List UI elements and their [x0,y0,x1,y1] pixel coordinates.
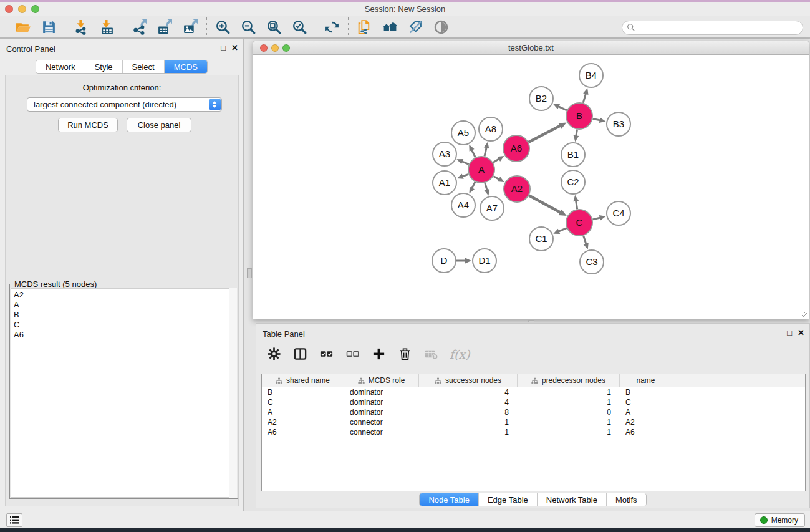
tab-mcds[interactable]: MCDS [164,60,207,73]
graph-edge[interactable] [457,173,468,178]
result-item[interactable]: B [14,310,236,320]
graph-node-A7[interactable]: A7 [480,196,504,220]
deselect-all-icon[interactable] [345,346,360,362]
minimize-window-button[interactable] [18,5,26,13]
import-network-icon[interactable] [73,19,90,36]
graph-node-A4[interactable]: A4 [451,193,475,217]
float-panel-icon[interactable]: □ [221,43,226,53]
refresh-icon[interactable] [324,19,340,36]
zoom-network-window-button[interactable] [282,44,290,52]
table-cell[interactable]: connector [344,417,419,427]
table-cell[interactable]: 1 [518,417,620,427]
graph-node-A2[interactable]: A2 [504,176,530,202]
table-cell[interactable]: 4 [419,387,518,397]
result-item[interactable]: C [14,320,236,330]
table-cell[interactable]: 1 [518,397,620,407]
graph-node-C[interactable]: C [566,210,592,236]
import-table-icon[interactable] [99,19,115,36]
select-all-icon[interactable] [319,346,334,362]
table-cell[interactable]: B [262,387,344,397]
graph-edge[interactable] [493,177,504,183]
graph-edge[interactable] [493,156,504,163]
graph-node-C3[interactable]: C3 [580,250,604,274]
graph-edge[interactable] [469,145,475,157]
result-item[interactable]: A [14,300,236,310]
column-header-successor-nodes[interactable]: successor nodes [419,374,518,387]
graph-edge[interactable] [456,258,471,264]
graph-node-C1[interactable]: C1 [529,227,553,251]
zoom-out-icon[interactable] [240,19,257,36]
gear-icon[interactable] [266,346,282,362]
graph-node-A1[interactable]: A1 [433,171,456,195]
graph-edge[interactable] [553,228,566,234]
table-cell[interactable]: 4 [419,397,518,407]
table-cell[interactable]: dominator [344,387,419,397]
result-item[interactable]: A6 [14,330,236,340]
minimize-network-window-button[interactable] [271,44,279,52]
graph-node-C4[interactable]: C4 [607,201,630,225]
graph-edge[interactable] [485,183,489,196]
home-icon[interactable] [382,19,398,36]
table-cell[interactable]: A [262,407,344,417]
vertical-scrollbar-thumb[interactable] [247,268,252,278]
table-cell[interactable]: A6 [620,427,672,437]
column-header-shared-name[interactable]: shared name [262,374,344,387]
close-network-window-button[interactable] [260,44,268,52]
graph-edge[interactable] [593,117,606,123]
resize-grip[interactable] [799,309,808,317]
columns-icon[interactable] [292,346,308,362]
table-cell[interactable]: 0 [518,407,620,417]
zoom-in-icon[interactable] [215,19,231,36]
graph-edge[interactable] [574,130,579,142]
close-table-panel-icon[interactable]: ✕ [798,328,804,338]
graph-node-B4[interactable]: B4 [579,64,603,87]
table-cell[interactable]: A2 [262,417,344,427]
graph-node-A6[interactable]: A6 [503,135,529,162]
export-table-icon[interactable] [157,19,173,36]
graph-node-B[interactable]: B [566,103,592,129]
column-header-name[interactable]: name [620,374,672,387]
graph-edge[interactable] [529,123,567,142]
zoom-fit-icon[interactable] [266,19,282,36]
open-folder-icon[interactable] [15,19,32,36]
graph-edge[interactable] [470,182,476,194]
tab-select[interactable]: Select [122,60,164,73]
table-cell[interactable]: C [620,397,672,407]
network-graph-canvas[interactable]: B4B2BB3A8A5A6A3B1AA1C2A2A4A7C4CC1C3DD1 [253,55,809,319]
column-header-MCDS-role[interactable]: MCDS role [344,374,419,387]
table-cell[interactable]: A2 [620,417,672,427]
tab-network-table[interactable]: Network Table [537,493,606,506]
graph-edge[interactable] [583,236,588,249]
graph-edge[interactable] [484,142,489,156]
graph-edge[interactable] [529,195,566,216]
tab-motifs[interactable]: Motifs [606,493,646,506]
column-header-predecessor-nodes[interactable]: predecessor nodes [518,374,620,387]
table-row[interactable]: Bdominator41B [262,387,805,397]
tab-network[interactable]: Network [36,60,85,73]
table-cell[interactable]: connector [344,427,419,437]
graph-node-B1[interactable]: B1 [561,143,585,167]
tab-style[interactable]: Style [85,60,122,73]
result-item[interactable]: A2 [14,290,236,300]
zoom-selected-icon[interactable] [291,19,308,36]
task-history-button[interactable] [6,513,22,527]
table-row[interactable]: A2connector11A2 [262,417,805,427]
export-network-icon[interactable] [131,19,148,36]
graph-edge[interactable] [456,159,468,164]
table-cell[interactable]: A [620,407,672,417]
tab-node-table[interactable]: Node Table [420,493,478,506]
graph-node-A8[interactable]: A8 [479,117,503,141]
hide-label-icon[interactable] [407,19,424,36]
tab-edge-table[interactable]: Edge Table [478,493,537,506]
table-cell[interactable]: 1 [518,427,620,437]
graph-node-D1[interactable]: D1 [473,249,496,273]
table-cell[interactable]: 8 [419,407,518,417]
copy-network-icon[interactable] [356,19,373,36]
graph-edge[interactable] [592,215,605,221]
graph-edge[interactable] [573,195,579,210]
graph-edge[interactable] [583,88,588,103]
table-row[interactable]: A6connector11A6 [262,427,805,437]
close-window-button[interactable] [5,5,13,13]
save-icon[interactable] [41,19,57,36]
add-icon[interactable] [371,346,387,362]
